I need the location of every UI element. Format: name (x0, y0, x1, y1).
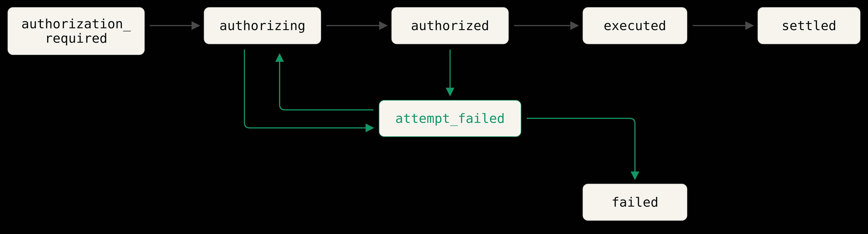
state-diagram: { "nodes": { "authorization_required": {… (0, 0, 868, 234)
edge-authorizing-to-attemptfailed (244, 49, 373, 128)
node-executed: executed (583, 7, 687, 44)
node-authorization-required: authorization_ required (7, 7, 145, 55)
node-attempt-failed: attempt_failed (379, 100, 521, 137)
node-settled: settled (757, 7, 861, 44)
node-failed: failed (583, 184, 687, 221)
edge-attemptfailed-to-authorizing (280, 54, 373, 110)
node-authorized: authorized (392, 7, 509, 44)
node-authorizing: authorizing (204, 7, 321, 44)
edge-attemptfailed-to-failed (527, 119, 635, 179)
